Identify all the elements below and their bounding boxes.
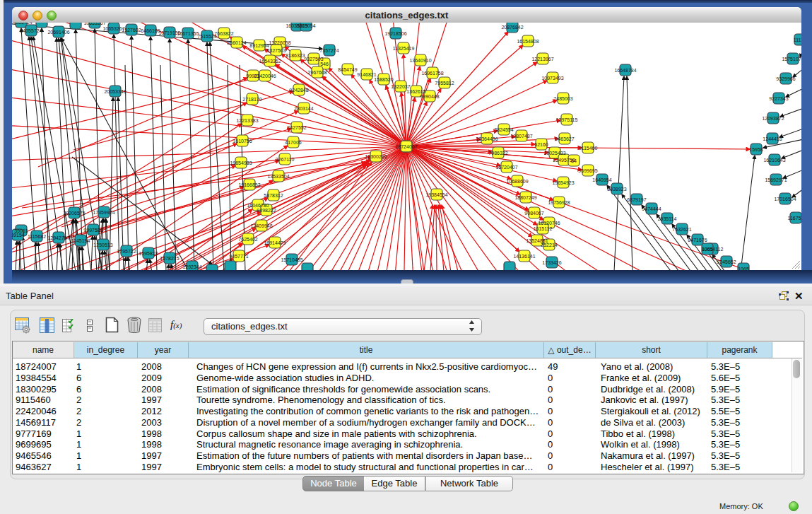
svg-text:3267110: 3267110 — [276, 157, 295, 162]
svg-text:8454749: 8454749 — [338, 67, 357, 72]
svg-text:417006: 417006 — [285, 140, 301, 145]
svg-text:2803144: 2803144 — [294, 106, 313, 111]
svg-text:16671355: 16671355 — [177, 31, 199, 36]
svg-text:19166852: 19166852 — [238, 182, 260, 187]
svg-text:1145194: 1145194 — [71, 238, 90, 243]
svg-text:1065: 1065 — [702, 247, 713, 252]
svg-text:9990448: 9990448 — [420, 94, 439, 99]
svg-text:18724007: 18724007 — [395, 144, 417, 149]
svg-text:8813054: 8813054 — [296, 23, 315, 28]
svg-text:8186323: 8186323 — [286, 53, 305, 58]
svg-text:7632621: 7632621 — [672, 227, 691, 232]
svg-text:9327503: 9327503 — [266, 48, 286, 53]
svg-text:8471676: 8471676 — [688, 238, 707, 243]
svg-text:11325419: 11325419 — [393, 46, 415, 51]
svg-text:15710485: 15710485 — [281, 257, 302, 262]
svg-text:24055724: 24055724 — [12, 23, 33, 25]
svg-text:2935114: 2935114 — [658, 216, 677, 221]
svg-text:116753: 116753 — [788, 216, 801, 221]
svg-text:24055724: 24055724 — [20, 28, 42, 33]
svg-text:1795722: 1795722 — [117, 249, 136, 254]
svg-text:16914479: 16914479 — [264, 240, 286, 245]
svg-text:18807249: 18807249 — [514, 195, 536, 200]
svg-text:13640910: 13640910 — [409, 58, 431, 63]
svg-text:7986322: 7986322 — [488, 151, 507, 156]
svg-text:62160: 62160 — [534, 142, 548, 147]
svg-text:1244418: 1244418 — [763, 136, 782, 141]
svg-text:1250513: 1250513 — [93, 243, 112, 247]
svg-text:1733426: 1733426 — [542, 260, 561, 265]
svg-text:9227343: 9227343 — [769, 96, 788, 101]
svg-text:10025433: 10025433 — [543, 151, 565, 156]
svg-text:3824554: 3824554 — [494, 127, 513, 132]
svg-text:15958: 15958 — [749, 147, 763, 152]
svg-text:20053346: 20053346 — [104, 89, 126, 94]
svg-text:19756928: 19756928 — [548, 200, 570, 205]
svg-text:9997586: 9997586 — [83, 228, 102, 233]
svg-text:546: 546 — [320, 62, 329, 66]
svg-text:9115460: 9115460 — [579, 146, 598, 151]
svg-text:1588520: 1588520 — [374, 77, 393, 82]
svg-text:15692971: 15692971 — [765, 177, 787, 182]
svg-text:16961758: 16961758 — [421, 71, 443, 76]
svg-text:16120746: 16120746 — [538, 221, 560, 226]
svg-text:9498222: 9498222 — [257, 208, 276, 213]
svg-text:1640954: 1640954 — [592, 177, 611, 182]
svg-text:8427552: 8427552 — [287, 125, 306, 130]
svg-text:9146821: 9146821 — [357, 72, 376, 77]
svg-text:9242848: 9242848 — [289, 88, 308, 93]
svg-text:19384554: 19384554 — [425, 192, 447, 197]
svg-text:11123: 11123 — [794, 37, 801, 42]
svg-text:1527602: 1527602 — [122, 28, 141, 33]
svg-text:5878312: 5878312 — [264, 193, 283, 198]
svg-text:20876842: 20876842 — [501, 25, 523, 30]
svg-text:16210643: 16210643 — [763, 158, 785, 163]
svg-text:39154: 39154 — [12, 233, 25, 238]
svg-text:84: 84 — [571, 158, 577, 163]
svg-text:9699695: 9699695 — [578, 168, 597, 173]
svg-text:13226058: 13226058 — [269, 40, 290, 45]
svg-text:9474444: 9474444 — [642, 206, 661, 211]
svg-text:16543362: 16543362 — [259, 59, 281, 64]
svg-text:9245652: 9245652 — [717, 259, 736, 264]
svg-text:17016504: 17016504 — [774, 197, 796, 201]
svg-text:6879197: 6879197 — [627, 197, 646, 202]
svg-text:2718170: 2718170 — [242, 97, 261, 102]
svg-text:8912954: 8912954 — [249, 43, 269, 48]
svg-text:7625402: 7625402 — [238, 237, 257, 242]
svg-text:19654923: 19654923 — [552, 180, 574, 185]
svg-text:20691406: 20691406 — [47, 30, 69, 35]
svg-text:1322037: 1322037 — [391, 84, 410, 89]
svg-text:13533504: 13533504 — [267, 174, 289, 179]
svg-text:12213383: 12213383 — [236, 118, 258, 123]
svg-text:1678275: 1678275 — [160, 256, 179, 261]
svg-text:19218506: 19218506 — [384, 31, 406, 36]
svg-text:15751074: 15751074 — [782, 57, 801, 62]
svg-text:12942757: 12942757 — [47, 235, 69, 240]
svg-text:20206575: 20206575 — [63, 211, 85, 216]
svg-text:10688609: 10688609 — [506, 179, 528, 184]
svg-text:10973493: 10973493 — [541, 76, 563, 81]
svg-text:1615112: 1615112 — [534, 226, 553, 231]
svg-text:99901: 99901 — [246, 74, 260, 78]
svg-text:8938923: 8938923 — [607, 187, 626, 192]
svg-text:18300295: 18300295 — [365, 154, 387, 159]
svg-text:17359924: 17359924 — [93, 210, 114, 215]
svg-text:9457771: 9457771 — [229, 254, 248, 259]
svg-text:252214: 252214 — [541, 243, 557, 247]
svg-text:7485003: 7485003 — [553, 96, 572, 101]
svg-text:2967608: 2967608 — [307, 70, 326, 75]
svg-text:9084067: 9084067 — [524, 211, 543, 216]
svg-text:1115682: 1115682 — [28, 234, 46, 239]
svg-text:9327503: 9327503 — [304, 57, 323, 62]
svg-text:15720407: 15720407 — [495, 165, 517, 170]
svg-text:10807487: 10807487 — [510, 134, 532, 139]
svg-text:12093872: 12093872 — [762, 116, 784, 121]
svg-text:16648784: 16648784 — [614, 68, 636, 73]
svg-text:12409948: 12409948 — [250, 223, 272, 228]
svg-text:16154808: 16154808 — [517, 39, 539, 44]
svg-text:8660124: 8660124 — [227, 40, 246, 45]
svg-text:14136141: 14136141 — [513, 254, 535, 259]
svg-text:1095818: 1095818 — [139, 251, 158, 256]
svg-text:9329966: 9329966 — [776, 76, 795, 81]
